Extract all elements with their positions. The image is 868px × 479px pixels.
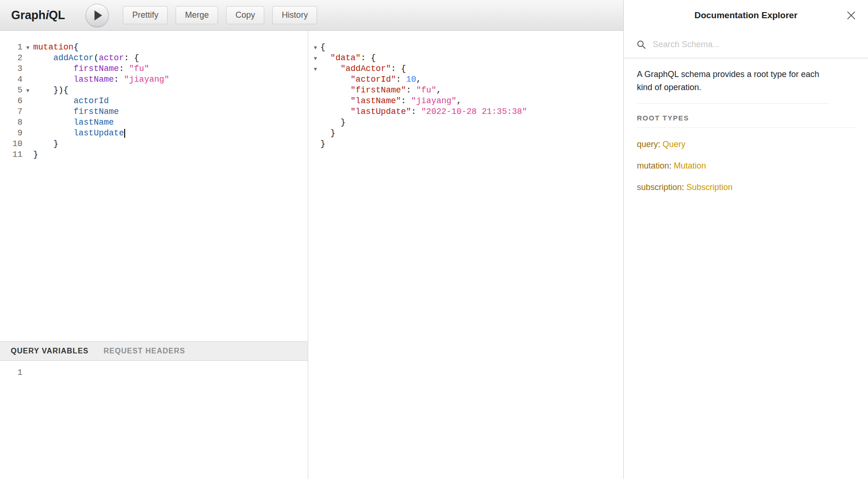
code-text: } <box>33 149 38 160</box>
fold-gutter-spacer <box>22 128 33 139</box>
line-number: 2 <box>0 53 22 63</box>
code-text: "lastName": "jiayang", <box>320 96 461 106</box>
code-text: lastName <box>33 117 114 128</box>
doc-explorer-title-bar: Documentation Explorer <box>624 0 868 31</box>
code-text: "data": { <box>320 53 376 63</box>
fold-gutter-spacer <box>311 96 320 106</box>
fold-arrow-icon[interactable]: ▾ <box>311 53 320 63</box>
code-line: "firstName": "fu", <box>311 85 623 96</box>
code-line: } <box>311 117 623 128</box>
line-number: 3 <box>0 63 22 74</box>
fold-gutter-spacer <box>311 128 320 139</box>
code-text: } <box>320 139 325 149</box>
fold-gutter-spacer <box>311 117 320 128</box>
code-line: ▾ "addActor": { <box>311 63 623 74</box>
code-text: { <box>320 42 325 53</box>
schema-search-input[interactable] <box>653 40 868 49</box>
toolbar: GraphiQL Prettify Merge Copy History <box>0 0 623 31</box>
code-text: "addActor": { <box>320 63 406 74</box>
code-line: 1 <box>0 367 308 378</box>
fold-gutter-spacer <box>22 63 33 74</box>
line-number: 9 <box>0 128 22 139</box>
fold-gutter-spacer <box>22 96 33 106</box>
code-line: 1▾mutation{ <box>0 42 308 53</box>
doc-explorer-panel: Documentation Explorer A GraphQL schema … <box>624 0 868 479</box>
code-line: ▾ "data": { <box>311 53 623 63</box>
logo-italic-i: i <box>46 8 49 21</box>
code-text: } <box>320 128 335 139</box>
code-text: "actorId": 10, <box>320 74 421 85</box>
copy-button[interactable]: Copy <box>226 6 264 24</box>
code-line: "lastName": "jiayang", <box>311 96 623 106</box>
root-type-subscription: subscription: Subscription <box>637 183 855 192</box>
code-text: lastName: "jiayang" <box>33 74 169 85</box>
merge-button[interactable]: Merge <box>176 6 218 24</box>
toolbar-buttons: Prettify Merge Copy History <box>123 6 317 24</box>
type-link-mutation[interactable]: Mutation <box>674 161 706 170</box>
line-number: 5 <box>0 85 22 96</box>
code-text: firstName <box>33 106 119 117</box>
fold-arrow-icon[interactable]: ▾ <box>22 42 33 53</box>
doc-section-title-root-types: ROOT TYPES <box>637 114 855 128</box>
fold-gutter-spacer <box>22 53 33 63</box>
line-number: 1 <box>0 367 22 378</box>
close-icon <box>847 11 856 20</box>
root-type-keyword: query <box>637 140 658 149</box>
fold-gutter-spacer <box>311 85 320 96</box>
code-line: 7 firstName <box>0 106 308 117</box>
root-type-separator: : <box>669 161 674 170</box>
code-line: 10 } <box>0 139 308 149</box>
doc-explorer-close-button[interactable] <box>844 8 859 23</box>
fold-gutter-spacer <box>22 149 33 160</box>
history-button[interactable]: History <box>272 6 317 24</box>
doc-schema-description: A GraphQL schema provides a root type fo… <box>637 68 829 104</box>
code-text: lastUpdate <box>33 128 125 139</box>
code-line: } <box>311 128 623 139</box>
root-type-separator: : <box>682 183 686 192</box>
code-text: addActor(actor: { <box>33 53 139 63</box>
code-line: "lastUpdate": "2022-10-28 21:35:38" <box>311 106 623 117</box>
type-link-query[interactable]: Query <box>663 140 685 149</box>
result-viewer: ▾{▾ "data": {▾ "addActor": { "actorId": … <box>308 31 623 479</box>
type-link-subscription[interactable]: Subscription <box>686 183 733 192</box>
code-text: "lastUpdate": "2022-10-28 21:35:38" <box>320 106 527 117</box>
fold-arrow-icon[interactable]: ▾ <box>22 85 33 96</box>
root-type-separator: : <box>658 140 663 149</box>
schema-search-box <box>624 31 868 58</box>
secondary-editor-tabbar: QUERY VARIABLES REQUEST HEADERS <box>0 341 308 361</box>
logo-text-end: QL <box>49 8 65 21</box>
code-line: 11} <box>0 149 308 160</box>
doc-explorer-body: A GraphQL schema provides a root type fo… <box>624 58 868 202</box>
fold-gutter-spacer <box>22 139 33 149</box>
code-line: 6 actorId <box>0 96 308 106</box>
fold-arrow-icon[interactable]: ▾ <box>311 42 320 53</box>
editor-panes: 1▾mutation{2 addActor(actor: {3 firstNam… <box>0 31 623 479</box>
line-number: 6 <box>0 96 22 106</box>
tab-query-variables[interactable]: QUERY VARIABLES <box>11 347 89 355</box>
logo-text: Graph <box>11 8 46 21</box>
graphiql-logo: GraphiQL <box>11 8 65 22</box>
query-editor[interactable]: 1▾mutation{2 addActor(actor: {3 firstNam… <box>0 31 308 341</box>
execute-query-button[interactable] <box>85 4 109 27</box>
variables-editor[interactable]: 1 <box>0 361 308 479</box>
line-number: 11 <box>0 149 22 160</box>
tab-request-headers[interactable]: REQUEST HEADERS <box>104 347 185 355</box>
text-cursor <box>124 129 125 138</box>
fold-gutter-spacer <box>22 117 33 128</box>
code-line: } <box>311 139 623 149</box>
doc-explorer-title: Documentation Explorer <box>694 10 797 21</box>
code-line: 4 lastName: "jiayang" <box>0 74 308 85</box>
line-number: 8 <box>0 117 22 128</box>
fold-arrow-icon[interactable]: ▾ <box>311 63 320 74</box>
code-line: "actorId": 10, <box>311 74 623 85</box>
code-line: 8 lastName <box>0 117 308 128</box>
root-type-keyword: subscription <box>637 183 682 192</box>
prettify-button[interactable]: Prettify <box>123 6 168 24</box>
code-text: } <box>33 139 58 149</box>
code-line: ▾{ <box>311 42 623 53</box>
line-number: 10 <box>0 139 22 149</box>
play-icon <box>94 10 103 21</box>
code-text: "firstName": "fu", <box>320 85 441 96</box>
code-text: } <box>320 117 346 128</box>
code-line: 9 lastUpdate <box>0 128 308 139</box>
